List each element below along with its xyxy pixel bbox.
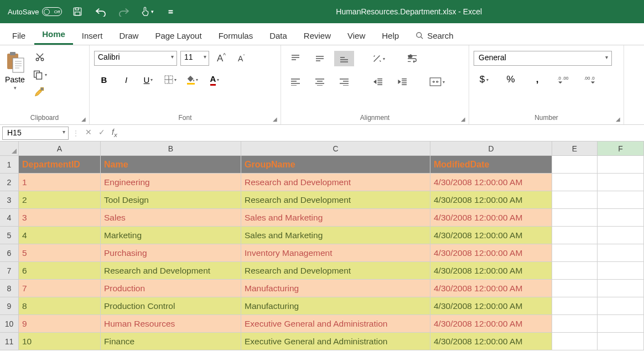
font-name-select[interactable]: Calibri: [94, 51, 177, 66]
cell[interactable]: Inventory Management: [241, 244, 430, 262]
row-header[interactable]: 10: [0, 315, 19, 333]
alignment-launcher[interactable]: ◢: [461, 116, 465, 122]
cell[interactable]: 8: [19, 297, 101, 315]
cell[interactable]: Marketing: [101, 227, 241, 244]
cell[interactable]: 4/30/2008 12:00:00 AM: [430, 209, 552, 227]
tab-search[interactable]: Search: [408, 27, 461, 45]
decrease-decimal-button[interactable]: .00.0: [580, 71, 601, 88]
fill-color-button[interactable]: [183, 71, 202, 88]
comma-format-button[interactable]: ,: [527, 71, 548, 88]
cell[interactable]: Sales and Marketing: [241, 227, 430, 244]
cell[interactable]: [552, 209, 598, 227]
cell[interactable]: [598, 191, 644, 209]
underline-button[interactable]: U: [138, 71, 158, 88]
cell[interactable]: [552, 244, 598, 262]
decrease-font-button[interactable]: Aˇ: [233, 54, 249, 63]
row-header[interactable]: 8: [0, 280, 19, 297]
column-header[interactable]: F: [598, 141, 644, 156]
formula-input[interactable]: [122, 127, 644, 140]
cell[interactable]: Finance: [101, 333, 241, 350]
font-launcher[interactable]: ◢: [273, 116, 277, 122]
cell[interactable]: ModifiedDate: [430, 156, 552, 174]
cell[interactable]: [598, 209, 644, 227]
cell[interactable]: 7: [19, 280, 101, 297]
copy-button[interactable]: ▾: [32, 69, 48, 81]
cell[interactable]: [552, 227, 598, 244]
cell[interactable]: Production Control: [101, 297, 241, 315]
cell[interactable]: Research and Development: [241, 191, 430, 209]
cell[interactable]: [598, 333, 644, 350]
cell[interactable]: [598, 297, 644, 315]
cell[interactable]: DepartmentID: [19, 156, 101, 174]
cell[interactable]: [552, 156, 598, 174]
tab-home[interactable]: Home: [34, 25, 73, 45]
save-icon[interactable]: [71, 5, 84, 18]
borders-button[interactable]: [160, 71, 180, 88]
cell[interactable]: Sales and Marketing: [241, 209, 430, 227]
accounting-format-button[interactable]: $: [474, 71, 495, 88]
name-box[interactable]: H15: [2, 127, 69, 140]
select-all-corner[interactable]: [0, 141, 19, 156]
row-header[interactable]: 3: [0, 191, 19, 209]
cell[interactable]: [598, 244, 644, 262]
cell[interactable]: Research and Development: [101, 262, 241, 280]
cell[interactable]: Human Resources: [101, 315, 241, 333]
row-header[interactable]: 11: [0, 333, 19, 350]
column-header[interactable]: A: [19, 141, 101, 156]
cell[interactable]: Research and Development: [241, 174, 430, 191]
undo-icon[interactable]: [94, 5, 107, 18]
wrap-text-button[interactable]: ab: [403, 51, 423, 66]
cell[interactable]: Name: [101, 156, 241, 174]
cell[interactable]: Purchasing: [101, 244, 241, 262]
cell[interactable]: GroupName: [241, 156, 430, 174]
cell[interactable]: 4/30/2008 12:00:00 AM: [430, 174, 552, 191]
increase-font-button[interactable]: A^: [212, 53, 230, 64]
column-header[interactable]: B: [101, 141, 241, 156]
decrease-indent-button[interactable]: [368, 74, 388, 90]
cell[interactable]: [598, 156, 644, 174]
row-header[interactable]: 2: [0, 174, 19, 191]
font-color-button[interactable]: A: [205, 71, 225, 88]
tab-insert[interactable]: Insert: [74, 27, 111, 45]
column-header[interactable]: D: [430, 141, 552, 156]
tab-view[interactable]: View: [340, 27, 373, 45]
tab-page-layout[interactable]: Page Layout: [147, 27, 209, 45]
row-header[interactable]: 1: [0, 156, 19, 174]
tab-file[interactable]: File: [4, 27, 33, 45]
cell[interactable]: [598, 315, 644, 333]
cell[interactable]: [552, 280, 598, 297]
number-format-select[interactable]: General: [474, 51, 612, 66]
align-middle-button[interactable]: [310, 51, 330, 66]
cell[interactable]: 1: [19, 174, 101, 191]
align-right-button[interactable]: [334, 74, 354, 90]
cell[interactable]: [552, 315, 598, 333]
cell[interactable]: 4/30/2008 12:00:00 AM: [430, 262, 552, 280]
cell[interactable]: 4/30/2008 12:00:00 AM: [430, 227, 552, 244]
cell[interactable]: [598, 280, 644, 297]
tab-formulas[interactable]: Formulas: [211, 27, 261, 45]
row-header[interactable]: 7: [0, 262, 19, 280]
tab-review[interactable]: Review: [296, 27, 339, 45]
format-painter-button[interactable]: [32, 86, 48, 98]
cancel-formula-icon[interactable]: ✕: [85, 128, 92, 138]
row-header[interactable]: 6: [0, 244, 19, 262]
orientation-button[interactable]: [368, 51, 388, 66]
align-center-button[interactable]: [310, 74, 330, 90]
cell[interactable]: 6: [19, 262, 101, 280]
cell[interactable]: 4/30/2008 12:00:00 AM: [430, 244, 552, 262]
cell[interactable]: Tool Design: [101, 191, 241, 209]
cell[interactable]: Manufacturing: [241, 297, 430, 315]
cell[interactable]: 4/30/2008 12:00:00 AM: [430, 315, 552, 333]
touch-mode-icon[interactable]: ▾: [141, 5, 154, 18]
cell[interactable]: 4/30/2008 12:00:00 AM: [430, 191, 552, 209]
column-header[interactable]: C: [241, 141, 430, 156]
column-header[interactable]: E: [552, 141, 598, 156]
cell[interactable]: [598, 262, 644, 280]
tab-help[interactable]: Help: [374, 27, 407, 45]
cell[interactable]: 4: [19, 227, 101, 244]
cell[interactable]: 3: [19, 209, 101, 227]
percent-format-button[interactable]: %: [500, 71, 521, 88]
clipboard-launcher[interactable]: ◢: [81, 116, 86, 122]
cell[interactable]: 4/30/2008 12:00:00 AM: [430, 297, 552, 315]
cell[interactable]: Research and Development: [241, 262, 430, 280]
